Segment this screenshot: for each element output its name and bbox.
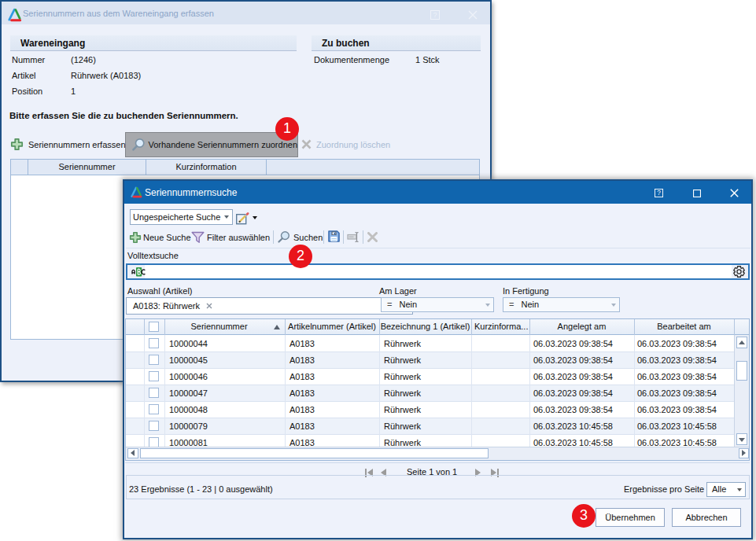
svg-text:?: ? [433, 11, 437, 19]
svg-text:?: ? [657, 190, 661, 197]
